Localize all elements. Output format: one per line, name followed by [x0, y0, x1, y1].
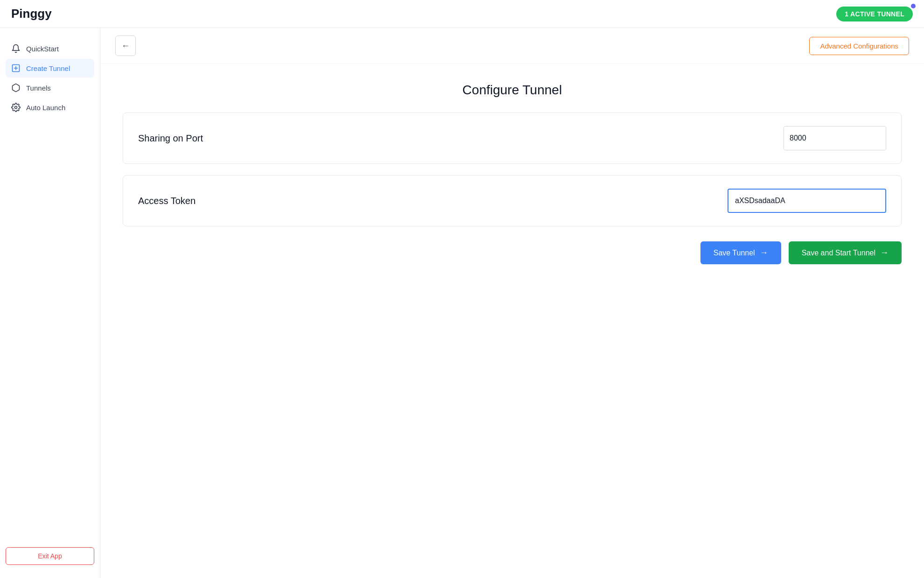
- sidebar-bottom: Exit App: [0, 542, 100, 571]
- port-input[interactable]: [784, 127, 886, 150]
- sidebar: QuickStart Create Tunnel: [0, 28, 100, 578]
- sidebar-label-quickstart: QuickStart: [26, 45, 59, 53]
- save-tunnel-button[interactable]: Save Tunnel →: [700, 241, 781, 264]
- port-input-wrapper: ▲ ▼: [784, 126, 886, 150]
- action-buttons: Save Tunnel → Save and Start Tunnel →: [123, 241, 902, 264]
- save-and-start-label: Save and Start Tunnel: [802, 249, 875, 257]
- main-layout: QuickStart Create Tunnel: [0, 28, 924, 578]
- box-icon: [11, 83, 21, 92]
- sidebar-label-tunnels: Tunnels: [26, 84, 51, 92]
- access-token-input[interactable]: [728, 189, 886, 213]
- save-and-start-tunnel-button[interactable]: Save and Start Tunnel →: [789, 241, 902, 264]
- back-button[interactable]: ←: [115, 35, 136, 56]
- save-tunnel-label: Save Tunnel: [714, 249, 755, 257]
- content-header: ← Advanced Configurations: [100, 28, 924, 64]
- back-arrow-icon: ←: [121, 41, 130, 51]
- sidebar-item-auto-launch[interactable]: Auto Launch: [6, 98, 94, 117]
- sidebar-item-quickstart[interactable]: QuickStart: [6, 39, 94, 58]
- app-header: Pinggy 1 ACTIVE TUNNEL: [0, 0, 924, 28]
- page-title: Configure Tunnel: [123, 83, 902, 98]
- content-area: ← Advanced Configurations Configure Tunn…: [100, 28, 924, 578]
- gear-icon: [11, 103, 21, 112]
- sharing-port-card: Sharing on Port ▲ ▼: [123, 113, 902, 164]
- svg-point-3: [15, 106, 17, 109]
- notification-dot: [911, 4, 916, 8]
- sidebar-nav: QuickStart Create Tunnel: [0, 35, 100, 542]
- sidebar-label-auto-launch: Auto Launch: [26, 104, 65, 112]
- save-tunnel-arrow-icon: →: [760, 248, 768, 258]
- sharing-port-label: Sharing on Port: [138, 133, 203, 144]
- exit-app-button[interactable]: Exit App: [6, 547, 94, 565]
- sidebar-item-tunnels[interactable]: Tunnels: [6, 78, 94, 97]
- plus-square-icon: [11, 63, 21, 73]
- access-token-card: Access Token: [123, 175, 902, 226]
- save-and-start-arrow-icon: →: [880, 248, 889, 258]
- access-token-label: Access Token: [138, 196, 196, 206]
- advanced-configurations-button[interactable]: Advanced Configurations: [809, 37, 909, 55]
- bell-icon: [11, 44, 21, 53]
- app-title: Pinggy: [11, 7, 52, 21]
- header-right: 1 ACTIVE TUNNEL: [836, 7, 913, 21]
- sidebar-item-create-tunnel[interactable]: Create Tunnel: [6, 59, 94, 78]
- page-body: Configure Tunnel Sharing on Port ▲ ▼ Acc…: [100, 64, 924, 283]
- sidebar-label-create-tunnel: Create Tunnel: [26, 64, 70, 72]
- active-tunnel-badge: 1 ACTIVE TUNNEL: [836, 7, 913, 21]
